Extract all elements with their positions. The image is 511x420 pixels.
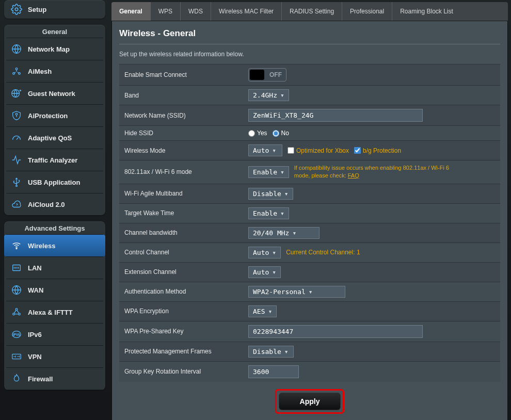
smart-connect-label: Enable Smart Connect xyxy=(124,71,248,78)
ssid-input[interactable] xyxy=(248,109,423,122)
fire-icon xyxy=(10,373,23,385)
svg-point-11 xyxy=(13,313,15,315)
control-channel-select[interactable]: Auto▾ xyxy=(248,247,281,259)
wireless-mode-select[interactable]: Auto▾ xyxy=(248,144,282,156)
tabs-bar: General WPS WDS Wireless MAC Filter RADI… xyxy=(111,2,508,21)
tab-wds[interactable]: WDS xyxy=(181,2,211,21)
ax-mode-select[interactable]: Enable▾ xyxy=(248,166,289,178)
wpa-key-input[interactable] xyxy=(248,325,423,338)
chevron-down-icon: ▾ xyxy=(272,268,276,276)
sidebar-item-wireless[interactable]: Wireless xyxy=(4,235,105,256)
globe-icon xyxy=(10,284,23,296)
svg-point-0 xyxy=(15,8,18,11)
smart-connect-toggle[interactable]: OFF xyxy=(248,68,286,82)
sidebar-item-label: Firewall xyxy=(28,375,53,383)
chevron-down-icon: ▾ xyxy=(284,190,289,198)
optimized-xbox-checkbox[interactable] xyxy=(288,147,294,154)
sidebar-header-advanced: Advanced Settings xyxy=(4,221,105,234)
sidebar-item-vpn[interactable]: VPN xyxy=(4,346,105,367)
sidebar-item-label: Wireless xyxy=(28,242,55,250)
sidebar-item-label: IPv6 xyxy=(28,331,42,338)
tab-mac-filter[interactable]: Wireless MAC Filter xyxy=(211,2,282,21)
sidebar-item-label: Guest Network xyxy=(28,90,75,98)
svg-text:IPV6: IPV6 xyxy=(13,333,20,336)
hide-ssid-no[interactable] xyxy=(273,130,279,137)
chevron-down-icon: ▾ xyxy=(268,308,272,315)
sidebar-item-traffic-analyzer[interactable]: Traffic Analyzer xyxy=(4,149,105,171)
tab-roaming-block[interactable]: Roaming Block List xyxy=(392,2,461,21)
sidebar-item-aimesh[interactable]: AiMesh xyxy=(4,60,105,82)
group-key-interval-input[interactable] xyxy=(248,365,299,378)
chevron-down-icon: ▾ xyxy=(309,288,313,296)
sidebar-item-label: Alexa & IFTTT xyxy=(28,309,73,316)
extension-channel-label: Extension Channel xyxy=(124,268,248,276)
sidebar-item-label: WAN xyxy=(28,286,43,294)
group-key-interval-label: Group Key Rotation Interval xyxy=(124,368,248,375)
wpa-key-label: WPA Pre-Shared Key xyxy=(124,328,248,335)
extension-channel-select[interactable]: Auto▾ xyxy=(248,266,281,278)
sidebar-item-label: VPN xyxy=(28,353,42,361)
channel-bw-select[interactable]: 20/40 MHz▾ xyxy=(248,227,320,239)
agile-multiband-select[interactable]: Disable▾ xyxy=(248,188,293,200)
wpa-encryption-select[interactable]: AES▾ xyxy=(248,305,277,317)
svg-point-12 xyxy=(19,313,21,315)
activity-icon xyxy=(10,154,23,166)
apply-button[interactable]: Apply xyxy=(279,393,341,410)
sidebar-item-guest-network[interactable]: Guest Network xyxy=(4,83,105,104)
pmf-label: Protected Management Frames xyxy=(124,348,248,355)
sidebar-item-aicloud[interactable]: AiCloud 2.0 xyxy=(4,193,105,215)
chevron-down-icon: ▾ xyxy=(272,249,276,256)
chevron-down-icon: ▾ xyxy=(284,348,289,356)
faq-link[interactable]: FAQ xyxy=(348,172,359,179)
tab-radius[interactable]: RADIUS Setting xyxy=(282,2,342,21)
tab-professional[interactable]: Professional xyxy=(342,2,392,21)
sidebar-item-label: Traffic Analyzer xyxy=(28,156,77,164)
ipv6-icon: IPV6 xyxy=(10,328,23,341)
wpa-encryption-label: WPA Encryption xyxy=(124,308,248,315)
sidebar-header-general: General xyxy=(4,25,105,38)
gear-icon xyxy=(10,3,23,15)
svg-point-6 xyxy=(16,185,18,187)
band-select[interactable]: 2.4GHz▾ xyxy=(248,89,289,101)
sidebar-item-lan[interactable]: LAN xyxy=(4,257,105,279)
link-icon xyxy=(10,306,23,318)
shield-icon xyxy=(10,109,23,122)
sidebar-item-adaptive-qos[interactable]: Adaptive QoS xyxy=(4,127,105,149)
tab-general[interactable]: General xyxy=(111,2,151,21)
sidebar-item-network-map[interactable]: Network Map xyxy=(4,38,105,60)
svg-point-7 xyxy=(16,248,17,249)
pmf-select[interactable]: Disable▾ xyxy=(248,346,294,358)
sidebar-item-firewall[interactable]: Firewall xyxy=(4,368,105,390)
svg-point-10 xyxy=(15,309,18,311)
apply-highlight: Apply xyxy=(275,389,345,414)
globe-plus-icon xyxy=(10,87,23,100)
target-wake-time-select[interactable]: Enable▾ xyxy=(248,207,289,219)
ax-mode-label: 802.11ax / Wi-Fi 6 mode xyxy=(124,168,248,175)
mesh-icon xyxy=(10,65,23,77)
sidebar-item-wan[interactable]: WAN xyxy=(4,279,105,301)
sidebar-item-aiprotection[interactable]: AiProtection xyxy=(4,105,105,126)
bg-protection-checkbox[interactable] xyxy=(354,147,361,154)
sidebar-item-label: Adaptive QoS xyxy=(28,134,72,142)
wireless-mode-label: Wireless Mode xyxy=(124,147,248,154)
vpn-icon xyxy=(10,350,23,363)
control-channel-label: Control Channel xyxy=(124,249,248,256)
usb-icon xyxy=(10,176,23,188)
sidebar-item-ipv6[interactable]: IPV6IPv6 xyxy=(4,324,105,345)
sidebar-item-usb-application[interactable]: USB Application xyxy=(4,171,105,193)
chevron-down-icon: ▾ xyxy=(280,91,284,99)
sidebar-item-label: Setup xyxy=(28,6,46,13)
panel-title: Wireless - General xyxy=(119,28,500,44)
sidebar-item-label: AiCloud 2.0 xyxy=(28,201,65,208)
sidebar-item-setup[interactable]: Setup xyxy=(4,0,105,19)
ax-note: If compatibility issue occurs when enabl… xyxy=(294,164,465,180)
sidebar-item-label: Network Map xyxy=(28,45,70,53)
lan-icon xyxy=(10,262,23,274)
hide-ssid-yes[interactable] xyxy=(248,130,255,137)
sidebar-item-alexa-ifttt[interactable]: Alexa & IFTTT xyxy=(4,301,105,323)
auth-method-select[interactable]: WPA2-Personal▾ xyxy=(248,286,345,298)
chevron-down-icon: ▾ xyxy=(280,209,284,217)
chevron-down-icon: ▾ xyxy=(280,168,284,176)
channel-bw-label: Channel bandwidth xyxy=(124,229,248,236)
tab-wps[interactable]: WPS xyxy=(151,2,181,21)
